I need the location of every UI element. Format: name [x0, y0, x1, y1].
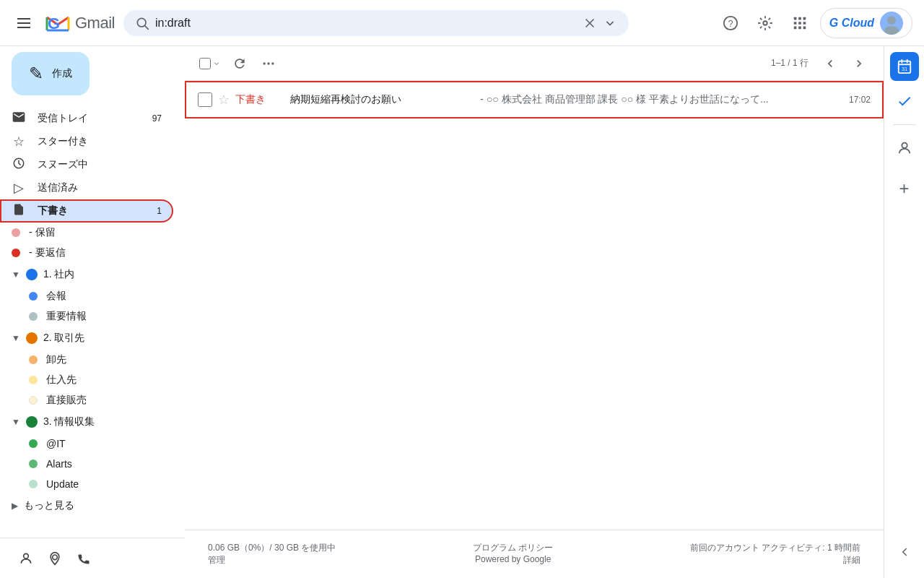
email-row[interactable]: ☆ 下書き 納期短縮再検討のお願い - ○○ 株式会社 商品管理部 課長 ○○ …	[185, 81, 884, 118]
help-button[interactable]: ?	[716, 9, 745, 38]
draft-label: 下書き	[38, 204, 145, 217]
at-it-label: @IT	[46, 438, 66, 449]
label-wholesale[interactable]: 卸先	[0, 350, 185, 370]
hold-dot	[12, 228, 20, 237]
svg-point-19	[884, 26, 899, 35]
compose-button[interactable]: ✎ 作成	[12, 52, 90, 95]
category-info[interactable]: ▼ 3. 情報収集	[0, 410, 185, 434]
sidebar-item-starred[interactable]: ☆ スター付き	[0, 130, 173, 153]
newsletter-label: 会報	[46, 290, 66, 303]
svg-rect-9	[794, 17, 797, 20]
category-internal[interactable]: ▼ 1. 社内	[0, 263, 185, 286]
email-draft-label: 下書き	[235, 93, 279, 106]
chevron-down-icon-2: ▼	[12, 333, 20, 343]
svg-rect-10	[798, 17, 801, 20]
more-label: もっと見る	[24, 499, 74, 512]
settings-button[interactable]	[751, 9, 780, 38]
g-cloud-badge[interactable]: G Cloud	[820, 8, 912, 38]
svg-rect-17	[803, 26, 806, 29]
tasks-icon[interactable]	[890, 87, 919, 116]
powered-by-text: Powered by Google	[473, 554, 553, 564]
chevron-down-icon: ▼	[12, 269, 20, 280]
expand-right-panel[interactable]	[890, 538, 919, 566]
svg-point-22	[53, 555, 58, 560]
direct-label: 直接販売	[46, 394, 87, 407]
calendar-icon[interactable]: 31	[890, 52, 919, 81]
update-dot	[29, 480, 38, 488]
more-button[interactable]: ▶ もっと見る	[0, 494, 185, 517]
at-it-dot	[29, 439, 38, 448]
label-hold[interactable]: - 保留	[0, 223, 185, 243]
svg-rect-16	[798, 26, 801, 29]
toolbar: 1–1 / 1 行	[185, 46, 884, 81]
draft-badge: 1	[157, 206, 162, 216]
search-input[interactable]	[155, 17, 577, 30]
important-label: 重要情報	[46, 310, 87, 323]
internal-dot	[26, 269, 38, 280]
refresh-button[interactable]	[227, 51, 253, 77]
newsletter-dot	[29, 292, 38, 301]
draft-icon	[12, 203, 26, 220]
select-all-checkbox[interactable]	[199, 58, 211, 69]
svg-text:G: G	[48, 14, 60, 33]
contacts-right-icon[interactable]	[890, 134, 919, 163]
label-alerts[interactable]: Alarts	[0, 454, 185, 474]
contacts-icon[interactable]	[12, 544, 40, 573]
add-app-button[interactable]: +	[890, 174, 919, 203]
sidebar-item-draft[interactable]: 下書き 1	[0, 199, 173, 223]
starred-label: スター付き	[38, 135, 162, 148]
star-icon: ☆	[12, 134, 26, 150]
internal-label: 1. 社内	[43, 268, 75, 281]
label-important[interactable]: 重要情報	[0, 306, 185, 327]
wholesale-label: 卸先	[46, 353, 66, 366]
g-cloud-text: G Cloud	[829, 17, 874, 30]
footer-center: プログラム ポリシー Powered by Google	[473, 542, 553, 564]
label-newsletter[interactable]: 会報	[0, 286, 185, 306]
program-policy-link[interactable]: プログラム ポリシー	[473, 542, 553, 554]
select-checkbox-button[interactable]	[196, 51, 224, 77]
svg-rect-13	[798, 22, 801, 25]
sidebar-item-sent[interactable]: ▷ 送信済み	[0, 176, 173, 199]
hamburger-menu[interactable]	[12, 12, 36, 34]
prev-page-button[interactable]	[817, 51, 843, 77]
label-supplier[interactable]: 仕入先	[0, 370, 185, 390]
apps-button[interactable]	[785, 9, 814, 38]
svg-rect-12	[794, 22, 797, 25]
email-star[interactable]: ☆	[218, 92, 230, 108]
category-clients[interactable]: ▼ 2. 取引先	[0, 327, 185, 350]
label-at-it[interactable]: @IT	[0, 434, 185, 454]
search-dropdown-icon[interactable]	[603, 16, 617, 30]
label-update[interactable]: Update	[0, 474, 185, 494]
svg-point-24	[267, 62, 269, 64]
label-reply[interactable]: - 要返信	[0, 243, 185, 263]
gmail-text: Gmail	[75, 14, 115, 33]
clients-dot	[26, 332, 38, 344]
email-select-checkbox[interactable]	[198, 92, 212, 107]
compose-label: 作成	[52, 67, 72, 80]
update-label: Update	[46, 478, 79, 490]
sidebar-item-snoozed[interactable]: スヌーズ中	[0, 153, 173, 176]
reply-dot	[12, 249, 20, 257]
next-page-button[interactable]	[846, 51, 872, 77]
svg-rect-14	[803, 22, 806, 25]
gmail-logo[interactable]: G Gmail	[45, 10, 115, 36]
manage-link[interactable]: 管理	[208, 555, 225, 565]
search-clear-icon[interactable]	[583, 16, 597, 30]
toolbar-right: 1–1 / 1 行	[765, 51, 872, 77]
label-direct[interactable]: 直接販売	[0, 390, 185, 410]
more-options-button[interactable]	[256, 51, 282, 77]
reply-label: - 要返信	[29, 246, 66, 259]
snooze-icon	[12, 157, 26, 173]
email-list: ☆ 下書き 納期短縮再検討のお願い - ○○ 株式会社 商品管理部 課長 ○○ …	[185, 81, 884, 530]
svg-line-3	[145, 25, 149, 29]
location-icon[interactable]	[40, 544, 69, 573]
topbar-right: ? G Cloud	[716, 8, 912, 38]
sidebar-footer	[0, 538, 185, 578]
phone-icon[interactable]	[69, 544, 98, 573]
search-icon[interactable]	[135, 16, 149, 30]
sidebar-item-inbox[interactable]: 受信トレイ 97	[0, 107, 173, 130]
sidebar: ✎ 作成 受信トレイ 97 ☆ スター付き スヌーズ中	[0, 46, 185, 578]
avatar[interactable]	[880, 12, 903, 35]
detail-link[interactable]: 詳細	[843, 555, 860, 565]
main-layout: ✎ 作成 受信トレイ 97 ☆ スター付き スヌーズ中	[0, 46, 924, 578]
